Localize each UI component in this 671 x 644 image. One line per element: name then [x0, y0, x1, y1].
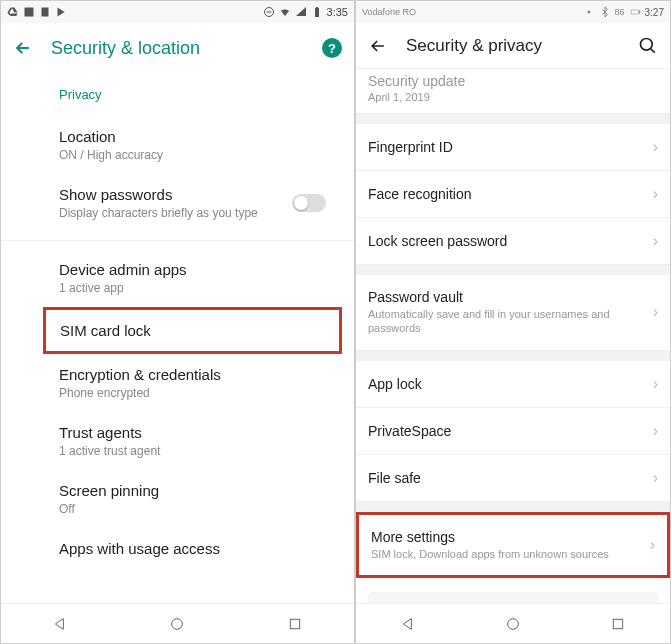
do-not-disturb-icon [263, 6, 275, 18]
item-encryption[interactable]: Encryption & credentials Phone encrypted [1, 354, 354, 412]
bluetooth-icon [599, 6, 611, 18]
item-title: Device admin apps [59, 261, 340, 278]
svg-rect-7 [290, 619, 299, 628]
svg-point-11 [641, 38, 653, 50]
item-face-recognition[interactable]: Face recognition › [356, 171, 670, 218]
item-subtitle: ON / High accuracy [59, 148, 340, 162]
item-apps-usage-access[interactable]: Apps with usage access [1, 528, 354, 569]
item-lockscreen-password[interactable]: Lock screen password › [356, 218, 670, 265]
item-title: Fingerprint ID [368, 139, 653, 155]
item-subtitle: Automatically save and fill in your user… [368, 307, 653, 336]
status-system-icons: 86 3:27 [583, 6, 664, 18]
settings-list: Privacy Location ON / High accuracy Show… [1, 73, 354, 603]
svg-rect-0 [25, 8, 34, 17]
back-icon[interactable] [13, 38, 33, 58]
item-title: SIM card lock [60, 322, 325, 339]
svg-point-8 [587, 11, 590, 14]
play-icon [55, 6, 67, 18]
nav-home-icon[interactable] [505, 616, 521, 632]
status-system-icons: 3:35 [263, 6, 348, 18]
group-divider [356, 351, 670, 361]
svg-rect-4 [315, 8, 319, 17]
svg-point-6 [172, 618, 183, 629]
divider [1, 240, 354, 241]
nav-back-icon[interactable] [400, 616, 416, 632]
navigation-bar [356, 603, 670, 643]
item-title: Encryption & credentials [59, 366, 340, 383]
item-subtitle: SIM lock, Download apps from unknown sou… [371, 547, 650, 561]
nav-recents-icon[interactable] [610, 616, 626, 632]
page-title: Security & privacy [406, 36, 542, 56]
battery-percent: 86 [615, 7, 625, 17]
chevron-right-icon: › [653, 138, 658, 156]
item-screen-pinning[interactable]: Screen pinning Off [1, 470, 354, 528]
item-more-settings[interactable]: More settings SIM lock, Download apps fr… [359, 515, 667, 575]
chevron-right-icon: › [653, 232, 658, 250]
nav-back-icon[interactable] [52, 616, 68, 632]
help-icon[interactable]: ? [322, 38, 342, 58]
nfc-icon [583, 6, 595, 18]
item-subtitle: Phone encrypted [59, 386, 340, 400]
item-title: File safe [368, 470, 653, 486]
status-bar: 3:35 [1, 1, 354, 23]
item-fingerprint[interactable]: Fingerprint ID › [356, 124, 670, 171]
chevron-right-icon: › [653, 375, 658, 393]
item-subtitle: Off [59, 502, 340, 516]
battery-icon [629, 6, 641, 18]
item-security-update-partial[interactable]: Security update April 1, 2019 [356, 69, 670, 114]
svg-rect-1 [42, 8, 49, 17]
item-subtitle: April 1, 2019 [368, 91, 658, 103]
status-bar: Vodafone RO 86 3:27 [356, 1, 670, 23]
phone-huawei-emui: Vodafone RO 86 3:27 Security & privacy S… [355, 0, 671, 644]
item-device-admin[interactable]: Device admin apps 1 active app [1, 249, 354, 307]
item-sim-card-lock[interactable]: SIM card lock [46, 310, 339, 351]
item-subtitle: 1 active app [59, 281, 340, 295]
svg-rect-9 [631, 10, 639, 14]
item-trust-agents[interactable]: Trust agents 1 active trust agent [1, 412, 354, 470]
svg-rect-10 [639, 11, 640, 13]
carrier-text: Vodafone RO [362, 7, 416, 17]
app-header: Security & privacy [356, 23, 670, 69]
group-divider [356, 265, 670, 275]
search-icon[interactable] [638, 36, 658, 56]
image-icon [23, 6, 35, 18]
svg-rect-14 [613, 619, 622, 628]
item-title: Lock screen password [368, 233, 653, 249]
signal-icon [295, 6, 307, 18]
item-title: Password vault [368, 289, 653, 305]
item-show-passwords[interactable]: Show passwords Display characters briefl… [1, 174, 354, 232]
section-header-privacy: Privacy [1, 73, 354, 116]
battery-icon [311, 6, 323, 18]
item-file-safe[interactable]: File safe › [356, 455, 670, 502]
item-private-space[interactable]: PrivateSpace › [356, 408, 670, 455]
svg-line-12 [651, 48, 655, 52]
page-title: Security & location [51, 38, 200, 59]
item-subtitle: 1 active trust agent [59, 444, 340, 458]
item-title: App lock [368, 376, 653, 392]
item-location[interactable]: Location ON / High accuracy [1, 116, 354, 174]
item-app-lock[interactable]: App lock › [356, 361, 670, 408]
doc-icon [39, 6, 51, 18]
item-subtitle: Display characters briefly as you type [59, 206, 258, 220]
highlighted-more-settings: More settings SIM lock, Download apps fr… [356, 512, 670, 578]
item-title: Show passwords [59, 186, 258, 203]
clock-text: 3:35 [327, 6, 348, 18]
toggle-switch[interactable] [292, 194, 326, 212]
nav-home-icon[interactable] [169, 616, 185, 632]
item-title: Screen pinning [59, 482, 340, 499]
chevron-right-icon: › [653, 185, 658, 203]
nav-recents-icon[interactable] [287, 616, 303, 632]
back-icon[interactable] [368, 36, 388, 56]
item-title: Security update [368, 73, 658, 89]
item-title: Location [59, 128, 340, 145]
item-title: PrivateSpace [368, 423, 653, 439]
chevron-right-icon: › [653, 469, 658, 487]
wifi-icon [279, 6, 291, 18]
svg-rect-5 [316, 7, 318, 8]
chevron-right-icon: › [650, 536, 655, 554]
phone-stock-android: 3:35 Security & location ? Privacy Locat… [0, 0, 355, 644]
item-title: More settings [371, 529, 650, 545]
item-title: Apps with usage access [59, 540, 340, 557]
item-password-vault[interactable]: Password vault Automatically save and fi… [356, 275, 670, 351]
clock-text: 3:27 [645, 7, 664, 18]
